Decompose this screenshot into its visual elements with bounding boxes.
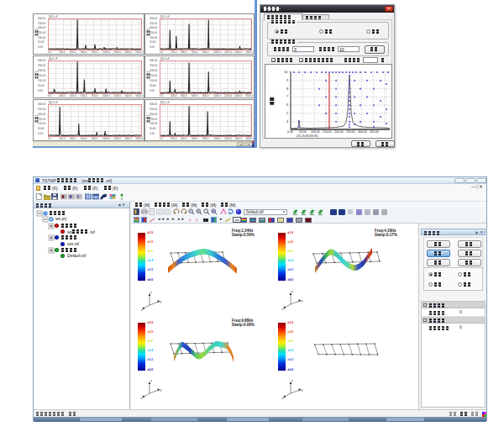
svg-text:z: z — [291, 378, 293, 382]
svg-text:x: x — [141, 308, 143, 312]
svg-text:y: y — [160, 299, 162, 303]
svg-text:x: x — [141, 396, 143, 400]
svg-text:z: z — [150, 378, 152, 382]
svg-text:z: z — [291, 289, 293, 293]
svg-text:y: y — [302, 387, 303, 392]
svg-text:x: x — [282, 396, 284, 400]
svg-text:x: x — [282, 307, 284, 311]
svg-text:y: y — [302, 298, 303, 303]
svg-text:z: z — [150, 290, 152, 294]
svg-text:y: y — [160, 387, 162, 392]
